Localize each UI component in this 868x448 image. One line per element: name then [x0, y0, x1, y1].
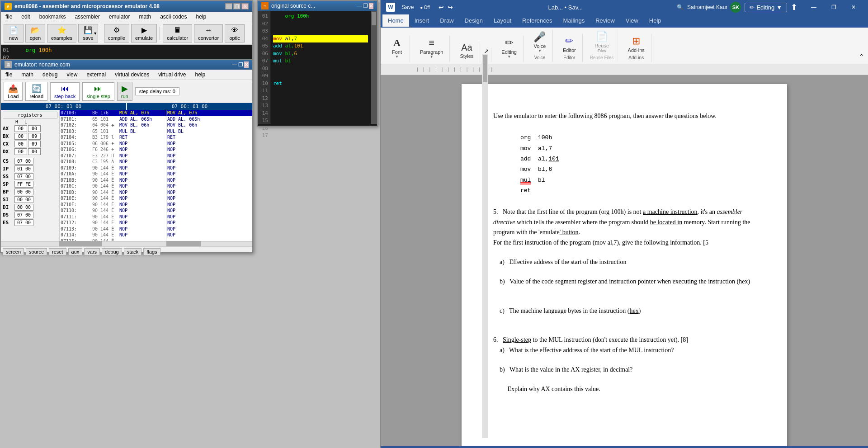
styles-btn[interactable]: Aa Styles: [457, 41, 476, 60]
sub-menu-help[interactable]: help: [193, 71, 208, 79]
emu-restore-btn[interactable]: ❐: [233, 3, 241, 9]
source-minimize-btn[interactable]: —: [357, 3, 362, 9]
instr-row-20[interactable]: NOP: [166, 232, 252, 238]
asm-row-6[interactable]: 07106: F6 246 ÷ NOP: [60, 146, 166, 153]
instr-row-3[interactable]: MUL BL: [166, 128, 252, 135]
word-save-btn[interactable]: Save: [399, 3, 416, 11]
font-btn[interactable]: A Font ▼: [388, 36, 406, 60]
toolbar-save-btn[interactable]: 💾 save ▼: [78, 24, 98, 42]
word-close-btn[interactable]: ✕: [844, 2, 863, 13]
instr-row-7[interactable]: NOP: [166, 153, 252, 159]
editor-btn[interactable]: ✏ Editor: [560, 34, 579, 54]
toolbar-calculator-btn[interactable]: 🖩 calculator: [163, 24, 192, 42]
paragraph-btn[interactable]: ≡ Paragraph ▼: [417, 36, 446, 60]
emu-close-btn[interactable]: ✕: [241, 3, 249, 9]
menu-math[interactable]: math: [136, 13, 154, 21]
asm-row-10[interactable]: 0710A: 90 144 É NOP: [60, 171, 166, 177]
toolbar-open-btn[interactable]: 📂 open: [25, 24, 45, 42]
word-scrollbar[interactable]: [482, 75, 488, 438]
emu-sub-minimize-btn[interactable]: —: [232, 61, 237, 68]
share-btn[interactable]: ⬆: [791, 2, 797, 12]
tab-view[interactable]: View: [620, 14, 644, 28]
instr-row-10[interactable]: NOP: [166, 171, 252, 177]
instr-row-8[interactable]: NOP: [166, 159, 252, 165]
redo-btn[interactable]: ↪: [446, 4, 454, 11]
instr-row-19[interactable]: NOP: [166, 226, 252, 232]
asm-row-21[interactable]: 07115: 90 144 É ...: [60, 238, 166, 241]
toolbar-optic-btn[interactable]: 👁 optic: [225, 24, 245, 42]
tab-layout[interactable]: Layout: [488, 14, 517, 28]
instr-row-2[interactable]: MOV BL, 06h: [166, 122, 252, 128]
instr-row-0[interactable]: MOV AL, 07h: [166, 110, 252, 116]
instr-row-15[interactable]: NOP: [166, 202, 252, 208]
sub-menu-external[interactable]: external: [84, 71, 108, 79]
undo-btn[interactable]: ↩: [437, 4, 445, 11]
tab-review[interactable]: Review: [590, 14, 620, 28]
word-content-area[interactable]: Use the emulator to enter the following …: [381, 75, 868, 446]
menu-assembler[interactable]: assembler: [72, 13, 102, 21]
emu-minimize-btn[interactable]: —: [225, 3, 232, 9]
instr-row-18[interactable]: NOP: [166, 220, 252, 226]
footer-vars-btn[interactable]: vars: [84, 248, 100, 255]
tab-help[interactable]: Help: [644, 14, 667, 28]
tab-mailings[interactable]: Mailings: [558, 14, 590, 28]
source-restore-btn[interactable]: ❐: [363, 3, 368, 9]
instr-row-11[interactable]: NOP: [166, 177, 252, 184]
asm-row-18[interactable]: 07112: 90 144 É NOP: [60, 220, 166, 226]
instr-row-17[interactable]: NOP: [166, 214, 252, 220]
instr-h-scrollbar[interactable]: [166, 241, 252, 246]
tab-references[interactable]: References: [517, 14, 557, 28]
source-code-area[interactable]: org 100h mov al,7 add al,101 mov bl,6 mu…: [270, 11, 371, 124]
asm-row-7[interactable]: 07107: E3 227 Π NOP: [60, 153, 166, 159]
asm-row-14[interactable]: 0710E: 90 144 É NOP: [60, 195, 166, 202]
toolbar-convertor-btn[interactable]: ↔ convertor: [194, 24, 223, 42]
menu-edit[interactable]: edit: [19, 13, 33, 21]
word-restore-btn[interactable]: ❐: [825, 2, 843, 13]
instr-row-9[interactable]: NOP: [166, 165, 252, 171]
sub-run-btn[interactable]: ▶ run: [117, 82, 132, 101]
menu-ascii[interactable]: ascii codes: [157, 13, 189, 21]
addins-btn[interactable]: ⊞ Add-ins: [625, 34, 647, 54]
tab-home[interactable]: Home: [382, 14, 409, 28]
instr-row-5[interactable]: NOP: [166, 141, 252, 147]
toolbar-new-btn[interactable]: 📄 new: [4, 24, 24, 42]
instr-row-21[interactable]: ...: [166, 238, 252, 241]
asm-row-2[interactable]: 07102: 04 004 ◆ MOV BL, 06h: [60, 122, 166, 128]
emu-sub-close-btn[interactable]: ✕: [244, 61, 249, 68]
sub-stepback-btn[interactable]: ⏮ step back: [50, 82, 80, 101]
asm-row-9[interactable]: 07109: 90 144 É NOP: [60, 165, 166, 171]
toolbar-emulate-btn[interactable]: ▶ emulate: [131, 24, 157, 42]
asm-row-20[interactable]: 07114: 90 144 É NOP: [60, 232, 166, 238]
asm-row-5[interactable]: 07105: 06 006 ♦ NOP: [60, 141, 166, 147]
footer-debug-btn[interactable]: debug: [102, 248, 122, 255]
asm-row-16[interactable]: 07110: 90 144 É NOP: [60, 207, 166, 214]
footer-aux-btn[interactable]: aux: [68, 248, 83, 255]
asm-row-1[interactable]: 07101: 65 101 ADD AL, 065h: [60, 116, 166, 123]
asm-row-19[interactable]: 07113: 90 144 É NOP: [60, 226, 166, 232]
asm-row-17[interactable]: 07111: 90 144 É NOP: [60, 214, 166, 220]
menu-help[interactable]: help: [193, 13, 209, 21]
footer-screen-btn[interactable]: screen: [3, 248, 24, 255]
sub-reload-btn[interactable]: 🔄 reload: [25, 82, 47, 101]
styles-expand-icon[interactable]: ↗: [484, 47, 489, 55]
instr-row-1[interactable]: ADD AL, 065h: [166, 116, 252, 123]
footer-source-btn[interactable]: source: [26, 248, 47, 255]
editing-ribbon-btn[interactable]: ✏ Editing ▼: [499, 36, 519, 60]
asm-row-4[interactable]: 07104: B3 179 l RET: [60, 134, 166, 141]
asm-row-15[interactable]: 0710F: 90 144 É NOP: [60, 202, 166, 208]
footer-stack-btn[interactable]: stack: [124, 248, 142, 255]
menu-emulator[interactable]: emulator: [106, 13, 133, 21]
footer-flags-btn[interactable]: flags: [143, 248, 160, 255]
asm-row-8[interactable]: 07108: C3 195 Ã NOP: [60, 159, 166, 165]
search-icon[interactable]: 🔍: [677, 4, 684, 10]
dictate-btn[interactable]: 🎤 Voice ▼: [531, 30, 549, 54]
emu-sub-restore-btn[interactable]: ❐: [238, 61, 243, 68]
asm-row-0[interactable]: 07100: B0 176 MOV AL, 07h: [60, 110, 166, 116]
asm-row-12[interactable]: 0710C: 90 144 É NOP: [60, 183, 166, 189]
sub-menu-debug[interactable]: debug: [40, 71, 60, 79]
editing-badge-titlebar[interactable]: ✏ Editing ▼: [745, 3, 787, 12]
sub-load-btn[interactable]: 📤 Load: [4, 82, 23, 101]
word-minimize-btn[interactable]: —: [805, 2, 823, 13]
asm-row-3[interactable]: 07103: 65 101 MUL BL: [60, 128, 166, 135]
instr-row-14[interactable]: NOP: [166, 195, 252, 202]
